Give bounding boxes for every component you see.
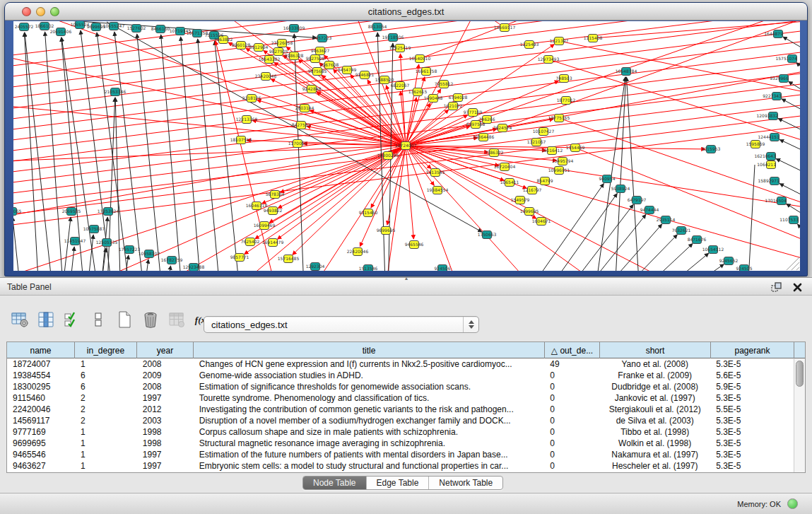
close-window-button[interactable] — [22, 7, 31, 16]
column-header-year[interactable]: year — [137, 342, 194, 358]
table-cell[interactable]: 5.5E-5 — [710, 404, 794, 415]
table-cell[interactable]: Estimation of significance thresholds fo… — [194, 381, 545, 392]
close-panel-icon[interactable] — [791, 281, 804, 293]
table-cell[interactable]: 0 — [544, 438, 599, 449]
table-row[interactable]: 1938455462009Genome-wide association stu… — [7, 370, 794, 381]
graph-edge[interactable] — [13, 83, 800, 183]
table-cell[interactable]: 1998 — [137, 438, 194, 449]
table-cell[interactable]: Yano et al. (2008) — [599, 358, 710, 370]
table-cell[interactable]: 0 — [544, 426, 599, 438]
graph-edge[interactable] — [406, 146, 413, 239]
graph-edge[interactable] — [61, 217, 71, 271]
graph-edge[interactable] — [779, 139, 800, 155]
table-cell[interactable]: 9699695 — [7, 438, 75, 449]
table-cell[interactable]: 14569117 — [7, 415, 75, 426]
table-cell[interactable]: 5.3E-5 — [710, 449, 794, 460]
table-cell[interactable]: 5.6E-5 — [710, 370, 794, 381]
splitter-handle-icon[interactable]: ▲ — [403, 277, 410, 280]
table-cell[interactable]: 0 — [544, 392, 599, 404]
graph-edge[interactable] — [13, 115, 800, 215]
table-cell[interactable]: Wolkin et al. (1998) — [599, 438, 710, 449]
zoom-window-button[interactable] — [50, 7, 59, 16]
table-row[interactable]: 1456911722003Disruption of a novel membe… — [7, 415, 794, 426]
table-row[interactable]: 2242004622012Investigating the contribut… — [7, 404, 794, 415]
table-cell[interactable]: 0 — [544, 381, 599, 392]
show-column-button[interactable] — [36, 310, 56, 329]
table-cell[interactable]: 0 — [544, 370, 599, 381]
table-cell[interactable]: 1 — [75, 449, 137, 460]
table-row[interactable]: 946554611997Estimation of the future num… — [7, 449, 794, 460]
graph-edge[interactable] — [13, 41, 800, 141]
table-cell[interactable]: 1997 — [137, 460, 194, 472]
select-rows-button[interactable] — [62, 310, 82, 329]
citation-network-graph[interactable]: 1872400779638228960128891293423226058982… — [13, 21, 800, 271]
table-row[interactable]: 946362711997Embryonic stem cells: a mode… — [7, 460, 794, 472]
graph-edge[interactable] — [13, 217, 22, 271]
graph-edge[interactable] — [252, 120, 406, 146]
graph-edge[interactable] — [783, 37, 800, 54]
table-cell[interactable]: 5.9E-5 — [710, 381, 794, 392]
column-header-name[interactable]: name — [7, 342, 75, 358]
table-cell[interactable]: 5.3E-5 — [710, 460, 794, 472]
table-cell[interactable]: 6 — [75, 370, 137, 381]
table-cell[interactable]: 1997 — [137, 449, 194, 460]
graph-edge[interactable] — [502, 21, 800, 128]
table-row[interactable]: 911546021997Tourette syndrome. Phenomeno… — [7, 392, 794, 404]
scrollbar-thumb[interactable] — [796, 361, 804, 387]
table-cell[interactable]: 18300295 — [7, 381, 75, 392]
graph-edge[interactable] — [796, 62, 800, 77]
table-settings-button[interactable] — [10, 310, 30, 329]
table-cell[interactable]: Tourette syndrome. Phenomenology and cla… — [194, 392, 545, 404]
column-header-in_degree[interactable]: in_degree — [75, 342, 137, 358]
table-cell[interactable]: 5.3E-5 — [710, 426, 794, 438]
table-cell[interactable]: 5.3E-5 — [710, 358, 794, 370]
graph-edge[interactable] — [97, 33, 131, 271]
minimize-window-button[interactable] — [36, 7, 45, 16]
column-header-out_de[interactable]: △ out_de... — [545, 342, 600, 358]
table-vertical-scrollbar[interactable] — [794, 358, 805, 472]
tab-network-table[interactable]: Network Table — [429, 477, 502, 489]
graph-edge[interactable] — [13, 21, 800, 109]
table-cell[interactable]: 1997 — [137, 392, 194, 404]
table-cell[interactable]: 1998 — [137, 426, 194, 438]
table-cell[interactable]: Genome-wide association studies in ADHD. — [194, 370, 545, 381]
table-cell[interactable]: Nakamura et al. (1997) — [599, 449, 710, 460]
table-cell[interactable]: Tibbo et al. (1998) — [599, 426, 710, 438]
table-cell[interactable]: 2003 — [137, 415, 194, 426]
import-table-button[interactable] — [167, 310, 187, 329]
table-cell[interactable]: 2 — [75, 415, 137, 426]
table-cell[interactable]: 1 — [75, 460, 137, 472]
graph-edge[interactable] — [559, 118, 800, 216]
table-row[interactable]: 969969511998Structural magnetic resonanc… — [7, 438, 794, 449]
graph-edge[interactable] — [425, 21, 505, 28]
table-cell[interactable]: 2 — [75, 404, 137, 415]
delete-table-button[interactable] — [141, 310, 160, 329]
table-cell[interactable]: 2008 — [137, 381, 194, 392]
table-cell[interactable]: Hescheler et al. (1997) — [599, 460, 710, 472]
table-cell[interactable]: Investigating the contribution of common… — [194, 404, 545, 415]
table-cell[interactable]: 49 — [544, 358, 599, 370]
graph-edge[interactable] — [776, 158, 800, 176]
table-cell[interactable]: 1 — [75, 426, 137, 438]
graph-edge[interactable] — [68, 247, 74, 271]
table-cell[interactable]: Dudbridge et al. (2008) — [599, 381, 710, 392]
table-source-select[interactable]: citations_edges.txt — [204, 316, 479, 333]
table-cell[interactable]: Stergiakouli et al. (2012) — [599, 404, 710, 415]
column-header-title[interactable]: title — [194, 342, 545, 358]
column-header-short[interactable]: short — [600, 342, 711, 358]
table-row[interactable]: 1830029562008Estimation of significance … — [7, 381, 794, 392]
table-cell[interactable]: 1 — [75, 438, 137, 449]
table-cell[interactable]: 2009 — [137, 370, 194, 381]
table-cell[interactable]: 9465546 — [7, 449, 75, 460]
cell-options-button[interactable] — [88, 310, 108, 329]
table-cell[interactable]: Structural magnetic resonance image aver… — [194, 438, 545, 449]
resize-grip-icon[interactable] — [796, 267, 799, 270]
graph-edge[interactable] — [61, 37, 86, 271]
graph-edge[interactable] — [25, 33, 54, 271]
table-cell[interactable]: 2012 — [137, 404, 194, 415]
graph-edge[interactable] — [572, 214, 646, 271]
table-row[interactable]: 1872400712008Changes of HCN gene express… — [7, 358, 794, 370]
tab-node-table[interactable]: Node Table — [303, 477, 367, 489]
window-titlebar[interactable]: citations_edges.txt — [5, 3, 807, 21]
table-panel-header[interactable]: ▲ Table Panel — [0, 277, 812, 296]
